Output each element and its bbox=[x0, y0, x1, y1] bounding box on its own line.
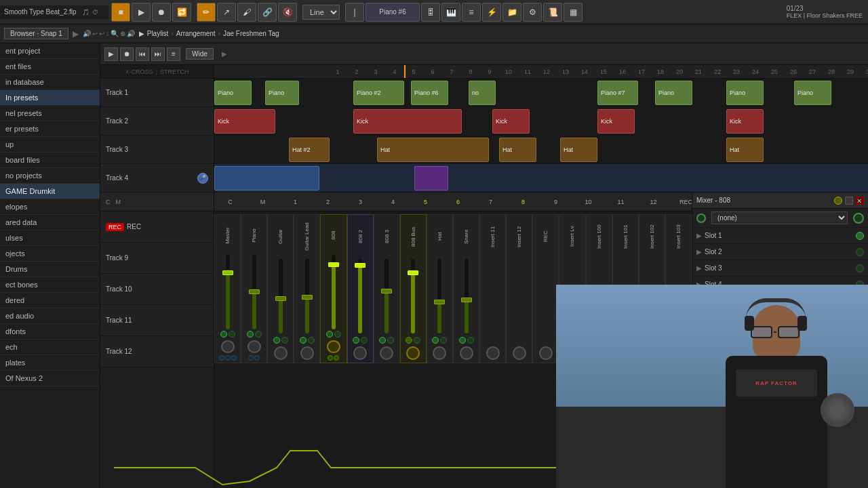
clip-purple-1[interactable] bbox=[414, 166, 448, 190]
sidebar-item-in-presets[interactable]: In presets bbox=[0, 90, 100, 106]
close-btn[interactable]: ✕ bbox=[856, 197, 864, 205]
sidebar-item-channel-presets[interactable]: nel presets bbox=[0, 106, 100, 121]
record-btn[interactable]: ⏺ bbox=[152, 3, 171, 22]
ch-green-808-bus[interactable] bbox=[406, 337, 412, 344]
ch-dot-808-3[interactable] bbox=[387, 337, 394, 344]
pan-knob-808-3[interactable] bbox=[380, 346, 393, 360]
ch-green-hat[interactable] bbox=[432, 337, 439, 344]
browser-snap-btn[interactable]: Browser · Snap 1 bbox=[4, 28, 68, 39]
fader-knob-808-3[interactable] bbox=[381, 289, 392, 293]
snap-btn[interactable]: | bbox=[345, 3, 364, 22]
clip-piano-7[interactable]: Piano bbox=[655, 81, 692, 105]
pan-knob-rec[interactable] bbox=[539, 346, 553, 360]
sidebar-item-clipboard[interactable]: board files bbox=[0, 152, 100, 168]
track-content-2[interactable]: Kick Kick Kick Kick Kick bbox=[214, 107, 868, 135]
pan-knob-808-2[interactable] bbox=[353, 346, 367, 360]
sidebar-item-templates[interactable]: plates bbox=[0, 355, 100, 371]
minimize-btn[interactable] bbox=[834, 197, 842, 205]
clip-piano-6[interactable]: Piano #7 bbox=[597, 81, 638, 105]
settings-btn[interactable]: ⚙ bbox=[523, 3, 542, 22]
ch-green-guitar-lead[interactable] bbox=[300, 337, 307, 344]
fader-knob-808-2[interactable] bbox=[355, 263, 366, 268]
loop-btn[interactable]: 🔁 bbox=[172, 3, 191, 22]
track-content-4[interactable] bbox=[214, 164, 868, 192]
ch-green-808[interactable] bbox=[326, 331, 333, 338]
pan-knob-snare[interactable] bbox=[460, 346, 473, 360]
line-dropdown[interactable]: Line bbox=[302, 5, 340, 20]
slot-circle-2[interactable] bbox=[856, 248, 864, 256]
sidebar-item-plugin-database[interactable]: in database bbox=[0, 75, 100, 90]
ch-green-master[interactable] bbox=[220, 331, 227, 338]
ch-green-snare[interactable] bbox=[459, 337, 466, 344]
clip-piano-8[interactable]: Piano bbox=[726, 81, 764, 105]
sidebar-item-of-nexus[interactable]: Of Nexus 2 bbox=[0, 371, 100, 386]
pl-play-btn[interactable]: ▶ bbox=[104, 47, 118, 61]
clip-kick-2[interactable]: Kick bbox=[353, 109, 462, 134]
fader-knob-808[interactable] bbox=[328, 262, 339, 267]
slot-circle-1[interactable] bbox=[856, 232, 864, 240]
clip-hat-3[interactable]: Hat bbox=[499, 138, 536, 162]
resize-btn[interactable] bbox=[845, 197, 853, 205]
sidebar-item-up[interactable]: up bbox=[0, 137, 100, 152]
clip-piano-2[interactable]: Piano bbox=[265, 81, 299, 105]
clip-kick-4[interactable]: Kick bbox=[597, 109, 635, 134]
pl-record-btn[interactable]: ⏺ bbox=[120, 47, 134, 61]
pan-knob-ins12[interactable] bbox=[513, 346, 526, 360]
link-tool[interactable]: 🔗 bbox=[258, 3, 277, 22]
track-content-3[interactable]: Hat #2 Hat Hat Hat Hat bbox=[214, 136, 868, 163]
none-dropdown[interactable]: (none) bbox=[711, 211, 848, 224]
pan-knob-808-bus[interactable] bbox=[406, 346, 420, 360]
pan-knob-hat[interactable] bbox=[433, 346, 446, 360]
ch-dot-guitar[interactable] bbox=[281, 337, 288, 344]
select-tool[interactable]: ↗ bbox=[217, 3, 236, 22]
ch-dot-808-2[interactable] bbox=[361, 337, 368, 344]
fader-knob-guitar[interactable] bbox=[275, 296, 286, 301]
pl-prev-btn[interactable]: ⏮ bbox=[136, 47, 149, 61]
pan-knob-piano[interactable] bbox=[248, 340, 261, 353]
plugin-btn[interactable]: ⚡ bbox=[482, 3, 501, 22]
clip-kick-5[interactable]: Kick bbox=[726, 109, 764, 134]
wide-mode-btn[interactable]: Wide bbox=[186, 48, 214, 60]
clip-piano-9[interactable]: Piano bbox=[794, 81, 831, 105]
sidebar-item-other-presets[interactable]: er presets bbox=[0, 121, 100, 137]
clip-piano-3[interactable]: Piano #2 bbox=[353, 81, 404, 105]
mute-tool[interactable]: 🔇 bbox=[278, 3, 297, 22]
ch-green-guitar[interactable] bbox=[273, 337, 280, 344]
ch-dot-guitar-lead[interactable] bbox=[308, 337, 315, 344]
ch-dot-808[interactable] bbox=[334, 331, 341, 338]
clip-piano-1[interactable]: Piano bbox=[214, 81, 252, 105]
sidebar-item-select-bones[interactable]: ect bones bbox=[0, 277, 100, 293]
sidebar-item-no-projects[interactable]: no projects bbox=[0, 168, 100, 184]
pattern-btn[interactable]: ▦ bbox=[564, 3, 583, 22]
sidebar-item-game-drumkit[interactable]: GAME Drumkit bbox=[0, 184, 100, 199]
draw-tool[interactable]: ✏ bbox=[197, 3, 216, 22]
piano-display[interactable]: Piano #6 bbox=[366, 3, 420, 22]
sidebar-item-projects[interactable]: ojects bbox=[0, 246, 100, 262]
sidebar-item-rendered[interactable]: dered bbox=[0, 293, 100, 308]
clip-blue-1[interactable] bbox=[214, 166, 319, 190]
sidebar-item-shared-data[interactable]: ared data bbox=[0, 215, 100, 230]
pan-knob-808[interactable] bbox=[327, 340, 340, 353]
clip-hat-4[interactable]: Hat bbox=[560, 138, 597, 162]
ch-green-piano[interactable] bbox=[247, 331, 254, 338]
fader-knob-piano[interactable] bbox=[249, 289, 260, 294]
brush-tool[interactable]: 🖌 bbox=[237, 3, 256, 22]
clip-kick-1[interactable]: Kick bbox=[214, 109, 275, 134]
breadcrumb-playlist[interactable]: Playlist bbox=[147, 30, 169, 37]
track-content-1[interactable]: Piano Piano Piano #2 Piano #6 no Piano #… bbox=[214, 79, 868, 106]
breadcrumb-tag[interactable]: Jae Freshmen Tag bbox=[223, 30, 279, 37]
sidebar-item-pulses[interactable]: ulses bbox=[0, 230, 100, 246]
ch-dot-snare[interactable] bbox=[467, 337, 474, 344]
clip-piano-5[interactable]: no bbox=[469, 81, 496, 105]
ch-dot-master[interactable] bbox=[229, 331, 235, 338]
clip-kick-3[interactable]: Kick bbox=[492, 109, 530, 134]
ch-dot-808-bus[interactable] bbox=[414, 337, 420, 344]
sidebar-item-soundfonts[interactable]: dfonts bbox=[0, 324, 100, 340]
pan-knob-guitar-lead[interactable] bbox=[300, 346, 314, 360]
pan-knob-ins11[interactable] bbox=[486, 346, 500, 360]
clip-piano-4[interactable]: Piano #6 bbox=[411, 81, 448, 105]
browser-btn[interactable]: 📁 bbox=[502, 3, 521, 22]
fader-knob-snare[interactable] bbox=[461, 298, 472, 302]
piano-roll-btn[interactable]: 🎹 bbox=[441, 3, 460, 22]
pl-next-btn[interactable]: ⏭ bbox=[151, 47, 165, 61]
